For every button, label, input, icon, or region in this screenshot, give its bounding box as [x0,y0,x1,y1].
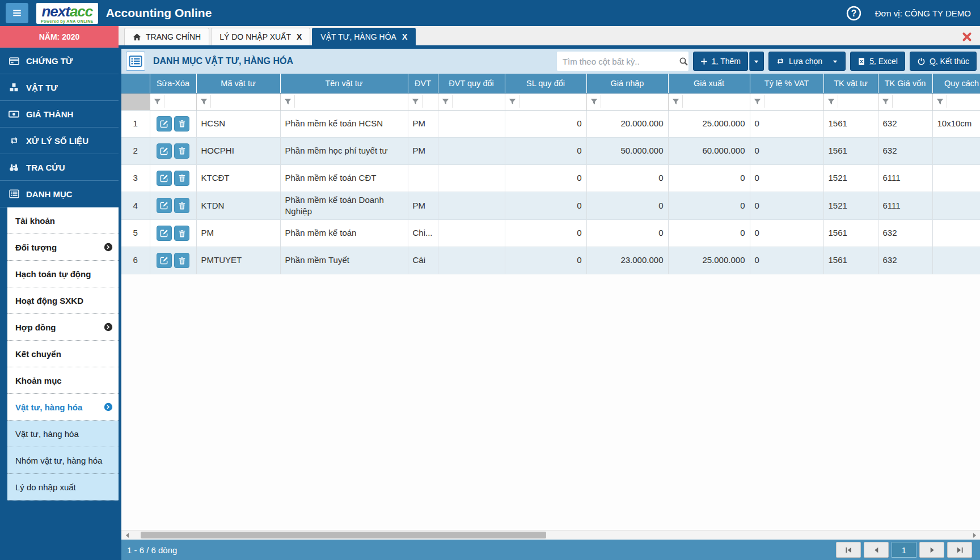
column-header-price_out[interactable]: Giá xuất [668,74,750,93]
filter-cell-price_out[interactable] [668,93,750,110]
submenu-item[interactable]: Hoạt động SXKD [7,287,119,314]
filter-cell-vat[interactable] [750,93,823,110]
sidebar-item-tra-cuu[interactable]: TRA CỨU [0,154,119,181]
filter-cell-tk_gv[interactable] [878,93,932,110]
help-button[interactable]: ? [846,6,861,21]
column-header-price_in[interactable]: Giá nhập [586,74,668,93]
cell-name: Phần mềm kế toán CĐT [280,164,408,192]
hamburger-menu-button[interactable] [6,3,28,23]
column-header-code[interactable]: Mã vật tư [196,74,280,93]
scroll-right-arrow-icon[interactable] [970,531,979,539]
edit-row-button[interactable] [157,116,172,131]
filter-cell-code[interactable] [196,93,280,110]
filter-icon [827,98,835,105]
edit-row-button[interactable] [157,198,172,213]
year-badge[interactable]: NĂM: 2020 [0,26,119,48]
filter-input[interactable] [210,95,280,108]
select-button[interactable]: Lựa chọn [768,52,846,71]
excel-icon [858,57,865,66]
column-header-num[interactable] [121,74,150,93]
prev-page-button[interactable] [864,542,889,558]
column-header-spec[interactable]: Quy cách [932,74,980,93]
sidebar-item-danh-muc[interactable]: DANH MỤC [0,181,119,207]
filter-input[interactable] [947,95,980,108]
column-header-unit[interactable]: ĐVT [408,74,438,93]
tab-close-x[interactable]: X [297,32,302,41]
column-header-tk_gv[interactable]: TK Giá vốn [878,74,932,93]
filter-input[interactable] [452,95,505,108]
first-page-button[interactable] [836,542,861,558]
submenu-item[interactable]: Kết chuyển [7,341,119,367]
delete-row-button[interactable] [174,116,189,131]
tab-close-x[interactable]: X [402,32,407,41]
subsubmenu-item[interactable]: Vật tư, hàng hóa [7,421,119,447]
filter-cell-tk_vt[interactable] [823,93,878,110]
edit-row-button[interactable] [157,143,172,159]
delete-row-button[interactable] [174,171,189,186]
filter-input[interactable] [164,95,196,108]
finish-button[interactable]: Q. Kết thúc [910,52,977,71]
next-page-button[interactable] [919,542,944,558]
search-input[interactable] [563,57,675,66]
search-icon[interactable] [679,57,688,66]
filter-cell-unit[interactable] [408,93,438,110]
edit-row-button[interactable] [157,171,172,186]
submenu-item[interactable]: Hợp đồng [7,314,119,341]
edit-row-button[interactable] [157,253,172,268]
submenu-item[interactable]: Khoản mục [7,367,119,394]
edit-row-button[interactable] [157,226,172,241]
sidebar-item-xu-ly-so-lieu[interactable]: XỬ LÝ SỐ LIỆU [0,128,119,154]
filter-cell-qty_conv[interactable] [505,93,586,110]
table-row[interactable]: 6PMTUYETPhần mềm TuyếtCái023.000.00025.0… [121,247,980,274]
table-row[interactable]: 4KTDNPhần mềm kế toán Doanh NghiệpPM0000… [121,192,980,220]
add-dropdown-button[interactable] [749,52,764,71]
submenu-item[interactable]: Tài khoản [7,207,119,234]
horizontal-scrollbar[interactable] [121,530,980,540]
filter-input[interactable] [764,95,823,108]
excel-button[interactable]: 5. Excel [850,52,905,71]
filter-input[interactable] [892,95,932,108]
filter-cell-price_in[interactable] [586,93,668,110]
submenu-item[interactable]: Vật tư, hàng hóa [7,394,119,421]
filter-input[interactable] [422,95,438,108]
last-page-button[interactable] [947,542,972,558]
close-tab-button[interactable] [962,32,972,42]
table-row[interactable]: 5PMPhần mềm kế toánChi...00001561632 [121,220,980,247]
filter-cell-actions[interactable] [150,93,196,110]
filter-cell-spec[interactable] [932,93,980,110]
tab[interactable]: LÝ DO NHẬP XUẤTX [211,28,310,45]
column-header-name[interactable]: Tên vật tư [280,74,408,93]
column-header-unit_conv[interactable]: ĐVT quy đổi [438,74,505,93]
column-header-qty_conv[interactable]: SL quy đổi [505,74,586,93]
table-row[interactable]: 1HCSNPhần mềm kế toán HCSNPM020.000.0002… [121,110,980,137]
add-button[interactable]: 1. Thêm [693,52,748,71]
column-header-actions[interactable]: Sửa-Xóa [150,74,196,93]
filter-input[interactable] [838,95,878,108]
delete-row-button[interactable] [174,198,189,213]
filter-input[interactable] [601,95,668,108]
tab[interactable]: VẬT TƯ, HÀNG HÓAX [312,28,416,45]
filter-input[interactable] [294,95,408,108]
filter-cell-unit_conv[interactable] [438,93,505,110]
filter-input[interactable] [682,95,750,108]
scrollbar-thumb[interactable] [141,532,546,538]
subsubmenu-item[interactable]: Nhóm vật tư, hàng hóa [7,447,119,474]
column-header-tk_vt[interactable]: TK vật tư [823,74,878,93]
sidebar-item-gia-thanh[interactable]: GIÁ THÀNH [0,101,119,128]
scroll-left-arrow-icon[interactable] [122,531,132,539]
delete-row-button[interactable] [174,226,189,241]
tab[interactable]: TRANG CHÍNH [124,28,209,45]
delete-row-button[interactable] [174,253,189,268]
filter-input[interactable] [519,95,586,108]
table-row[interactable]: 3KTCĐTPhần mềm kế toán CĐT000015216111 [121,164,980,192]
delete-row-button[interactable] [174,143,189,159]
submenu-item[interactable]: Đối tượng [7,234,119,261]
submenu-item[interactable]: Hạch toán tự động [7,261,119,287]
cell-row-number: 4 [121,192,150,220]
column-header-vat[interactable]: Tỷ lệ % VAT [750,74,823,93]
subsubmenu-item[interactable]: Lý do nhập xuất [7,474,119,500]
sidebar-item-chung-tu[interactable]: CHỨNG TỪ [0,48,119,74]
sidebar-item-vat-tu[interactable]: VẬT TƯ [0,74,119,101]
filter-cell-name[interactable] [280,93,408,110]
table-row[interactable]: 2HOCPHIPhần mềm học phí tuyết tưPM050.00… [121,137,980,164]
